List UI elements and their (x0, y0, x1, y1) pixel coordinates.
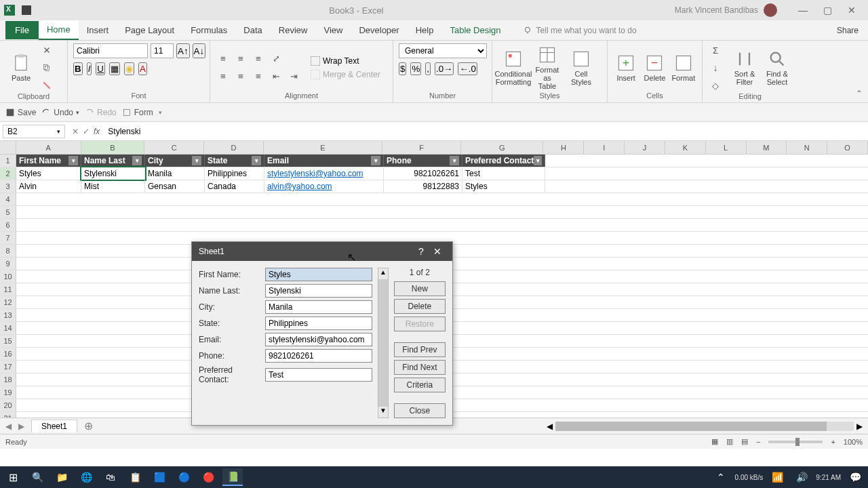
percent-button[interactable]: % (410, 62, 421, 75)
clear-button[interactable]: ◇ (708, 79, 723, 92)
qat-customize[interactable]: ▾ (159, 109, 162, 116)
task-icon[interactable]: 📋 (125, 468, 145, 486)
hscroll-right[interactable]: ▶ (856, 422, 863, 431)
zoom-slider[interactable] (768, 441, 823, 443)
close-form-button[interactable]: Close (394, 403, 446, 418)
increase-font-button[interactable]: A↑ (176, 43, 190, 58)
chrome-icon[interactable]: 🔵 (174, 468, 194, 486)
tab-formulas[interactable]: Formulas (182, 21, 235, 39)
add-sheet-button[interactable]: ⊕ (84, 420, 93, 432)
collapse-ribbon-button[interactable]: ⌃ (856, 89, 863, 98)
currency-button[interactable]: $ (399, 62, 406, 75)
qat-save[interactable]: Save (5, 108, 36, 117)
record-scrollbar[interactable]: ▲ ▼ (378, 268, 389, 418)
close-button[interactable]: ✕ (840, 1, 864, 19)
tab-page-layout[interactable]: Page Layout (117, 21, 182, 39)
share-button[interactable]: Share (837, 26, 859, 35)
delete-cells-button[interactable]: −Delete (642, 54, 667, 82)
tab-table-design[interactable]: Table Design (441, 21, 509, 39)
align-bottom-button[interactable]: ≡ (251, 52, 266, 66)
input-city[interactable] (265, 300, 372, 314)
dialog-help-button[interactable]: ? (413, 246, 429, 257)
fill-color-button[interactable]: ◉ (124, 62, 134, 75)
insert-cells-button[interactable]: +Insert (613, 54, 639, 82)
tab-help[interactable]: Help (408, 21, 442, 39)
col-header-j[interactable]: J (625, 141, 665, 154)
user-avatar[interactable] (764, 3, 777, 17)
dialog-titlebar[interactable]: Sheet1 ? ✕ (192, 242, 452, 261)
col-header-i[interactable]: I (584, 141, 625, 154)
header-phone[interactable]: Phone▾ (384, 155, 462, 167)
excel-taskbar-icon[interactable]: 📗 (222, 468, 243, 486)
fx-icon[interactable]: fx (94, 127, 100, 136)
border-button[interactable]: ▦ (109, 62, 120, 75)
format-painter-button[interactable] (39, 79, 54, 92)
header-state[interactable]: State▾ (205, 155, 264, 167)
font-size-combo[interactable] (151, 43, 174, 58)
wrap-text-button[interactable]: Wrap Text (311, 56, 380, 66)
decrease-decimal-button[interactable]: ←.0 (458, 62, 477, 75)
align-right-button[interactable]: ≡ (251, 70, 266, 83)
format-cells-button[interactable]: Format (671, 54, 696, 82)
col-header-n[interactable]: N (787, 141, 827, 154)
notifications-button[interactable]: 💬 (845, 468, 865, 486)
col-header-d[interactable]: D (204, 141, 264, 154)
view-break-button[interactable]: ▤ (741, 437, 748, 446)
delete-button[interactable]: Delete (394, 299, 446, 314)
filter-icon[interactable]: ▾ (132, 156, 142, 165)
tab-insert[interactable]: Insert (79, 21, 117, 39)
dialog-close-button[interactable]: ✕ (429, 246, 446, 257)
align-left-button[interactable]: ≡ (216, 70, 231, 83)
header-city[interactable]: City▾ (145, 155, 205, 167)
decrease-indent-button[interactable]: ⇤ (269, 70, 283, 83)
format-as-table-button[interactable]: Format as Table (532, 45, 563, 90)
number-format-combo[interactable]: General (399, 43, 487, 58)
scroll-up-button[interactable]: ▲ (378, 268, 388, 279)
select-all-corner[interactable] (0, 141, 16, 154)
col-header-o[interactable]: O (827, 141, 868, 154)
cell[interactable]: Mist (81, 180, 145, 192)
col-header-h[interactable]: H (543, 141, 584, 154)
input-state[interactable] (265, 317, 372, 330)
maximize-button[interactable]: ▢ (815, 1, 840, 19)
filter-icon[interactable]: ▾ (252, 156, 261, 165)
tell-me[interactable]: Tell me what you want to do (523, 26, 637, 35)
col-header-g[interactable]: G (461, 141, 544, 154)
cut-button[interactable] (39, 43, 54, 57)
filter-icon[interactable]: ▾ (534, 156, 542, 165)
app-icon[interactable]: 🟦 (149, 468, 170, 486)
sheet-nav-prev[interactable]: ◀ (5, 422, 12, 431)
criteria-button[interactable]: Criteria (394, 378, 446, 392)
merge-center-button[interactable]: Merge & Center (311, 70, 380, 79)
tray-network-icon[interactable]: 📶 (767, 468, 787, 486)
input-pref-contact[interactable] (265, 368, 372, 382)
sheet-nav-next[interactable]: ▶ (18, 422, 24, 431)
font-color-button[interactable]: A (138, 62, 147, 75)
orientation-button[interactable]: ⤢ (269, 52, 283, 66)
tab-file[interactable]: File (5, 21, 39, 39)
increase-indent-button[interactable]: ⇥ (286, 70, 301, 83)
explorer-icon[interactable]: 📁 (52, 468, 72, 486)
zoom-out-button[interactable]: − (756, 438, 760, 446)
tab-home[interactable]: Home (39, 20, 79, 40)
col-header-e[interactable]: E (264, 141, 382, 154)
qat-redo[interactable]: Redo (85, 108, 117, 117)
store-icon[interactable]: 🛍 (100, 468, 121, 486)
filter-icon[interactable]: ▾ (68, 156, 78, 165)
input-phone[interactable] (265, 349, 372, 363)
col-header-k[interactable]: K (665, 141, 706, 154)
tab-developer[interactable]: Developer (351, 21, 407, 39)
tab-review[interactable]: Review (271, 21, 316, 39)
filter-icon[interactable]: ▾ (192, 156, 201, 165)
name-box[interactable]: B2▾ (3, 125, 65, 138)
hscroll-left[interactable]: ◀ (547, 422, 553, 431)
save-icon[interactable] (22, 5, 31, 15)
cell[interactable]: Styles (462, 180, 545, 192)
tab-data[interactable]: Data (235, 21, 270, 39)
find-prev-button[interactable]: Find Prev (394, 342, 446, 357)
new-button[interactable]: New (394, 281, 446, 296)
cell[interactable]: Alvin (16, 180, 81, 192)
find-select-button[interactable]: Find & Select (762, 49, 792, 86)
conditional-formatting-button[interactable]: Conditional Formatting (498, 49, 529, 86)
align-middle-button[interactable]: ≡ (233, 52, 248, 66)
